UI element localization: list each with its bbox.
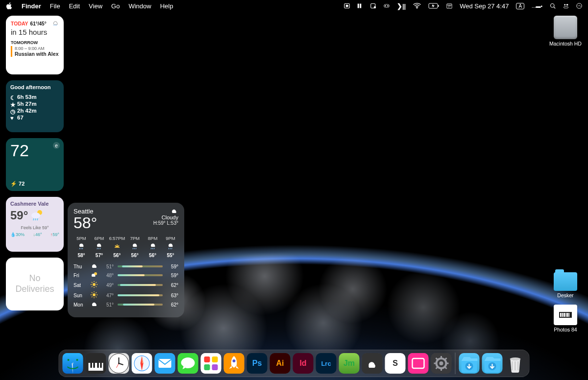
afternoon-widget[interactable]: Good afternoon ☾6h 53m★5h 27m◷2h 42m♥67 [6, 80, 64, 132]
cashmere-weather-widget[interactable]: Cashmere Vale 59° Feels Like 59° 💧30% ↓4… [6, 197, 64, 252]
dock-safari[interactable] [132, 353, 152, 374]
svg-point-70 [68, 359, 70, 361]
macintosh-hd-icon[interactable]: Macintosh HD [549, 16, 582, 47]
dock-s-app[interactable]: S [385, 353, 406, 374]
photos-db-icon[interactable]: Photos 84 [549, 305, 582, 332]
folder-icon [554, 272, 577, 291]
svg-point-24 [31, 213, 40, 218]
svg-point-104 [440, 361, 443, 365]
siri-icon[interactable] [576, 3, 582, 9]
menulet-playpause-icon[interactable]: ❯|| [397, 2, 406, 10]
svg-rect-100 [408, 353, 429, 374]
menu-view[interactable]: View [89, 2, 102, 10]
dock-trash[interactable] [505, 353, 526, 374]
menu-go[interactable]: Go [111, 2, 120, 10]
svg-line-35 [134, 248, 135, 249]
menulet-vr-icon[interactable] [384, 3, 390, 9]
sun-icon [90, 281, 98, 289]
svg-rect-92 [201, 353, 221, 374]
svg-point-83 [118, 363, 120, 364]
cashmere-temp: 59° [10, 209, 28, 222]
seattle-weather-widget[interactable]: Seattle 58° Cloudy H:59° L:53° 5PM58°6PM… [68, 203, 184, 317]
svg-rect-5 [384, 4, 390, 7]
svg-line-26 [35, 218, 36, 220]
dock-photoshop[interactable]: Ps [247, 353, 268, 374]
calendar-widget[interactable]: TODAY 61°/45° in 15 hours TOMORROW 8:00 … [6, 16, 64, 74]
svg-point-19 [577, 3, 582, 9]
desker-folder-icon[interactable]: Desker [549, 272, 582, 298]
svg-line-42 [172, 248, 172, 249]
partly-cloudy-icon [30, 209, 45, 222]
apple-menu-icon[interactable] [6, 2, 13, 9]
dock-finder[interactable] [63, 353, 83, 374]
menulet-cal-icon[interactable]: 27 [446, 3, 452, 9]
dock: PsAiIdLrcJmS [59, 350, 530, 377]
daily-row: Fri48°59° [74, 271, 178, 279]
svg-line-36 [136, 248, 136, 249]
rain-icon [95, 242, 103, 251]
calendar-event: 8:00 – 9:00 AM Russian with Alex [11, 46, 59, 57]
number-widget[interactable]: 72 e ⚡ 72 [6, 138, 64, 191]
dock-illustrator[interactable]: Ai [270, 353, 291, 374]
svg-line-51 [92, 286, 93, 287]
cashmere-location: Cashmere Vale [10, 201, 59, 207]
menu-edit[interactable]: Edit [69, 2, 80, 10]
battery-icon-2[interactable]: ...▬▪ [532, 3, 542, 9]
cloud-icon [90, 263, 98, 270]
input-source-icon[interactable]: A [516, 3, 524, 9]
svg-rect-90 [159, 359, 172, 368]
svg-line-50 [96, 286, 97, 287]
menu-app-name[interactable]: Finder [22, 2, 41, 10]
hourly-item: 9PM55° [163, 236, 178, 258]
dock-music-app[interactable] [86, 353, 106, 374]
dock-jm[interactable]: Jm [339, 353, 360, 374]
menu-file[interactable]: File [50, 2, 60, 10]
cashmere-feels: Feels Like 59° [10, 225, 59, 230]
afternoon-row: ♥67 [10, 115, 59, 120]
dock-clock[interactable] [109, 353, 129, 374]
daily-row: Thu51°59° [74, 263, 178, 270]
dock-lightroom[interactable]: Lrc [316, 353, 337, 374]
dock-media[interactable] [408, 353, 429, 374]
wifi-icon[interactable] [413, 3, 421, 9]
dock-rocket[interactable] [224, 353, 245, 374]
battery-charging-icon[interactable] [428, 3, 439, 9]
tomorrow-label: TOMORROW [11, 40, 59, 45]
today-temps: 61°/45° [30, 21, 47, 26]
menu-bar: Finder File Edit View Go Window Help ❯||… [0, 0, 588, 12]
menulet-d-icon[interactable] [344, 3, 350, 9]
svg-point-98 [233, 359, 236, 362]
afternoon-title: Good afternoon [10, 84, 59, 90]
dock-indesign[interactable]: Id [293, 353, 314, 374]
dock-messages[interactable] [178, 353, 198, 374]
clock-icon: ◷ [10, 108, 15, 113]
spotlight-icon[interactable] [550, 3, 556, 9]
event-title: Russian with Alex [15, 51, 59, 57]
menu-window[interactable]: Window [128, 2, 151, 10]
dock-colorful[interactable] [201, 353, 221, 374]
svg-rect-63 [560, 313, 562, 317]
menubar-datetime[interactable]: Wed Sep 27 4:47 [460, 2, 509, 10]
menu-help[interactable]: Help [160, 2, 173, 10]
svg-rect-76 [98, 363, 99, 368]
afternoon-row: ★5h 27m [10, 101, 59, 107]
svg-line-41 [170, 248, 171, 249]
daily-row: Sat49°62° [74, 281, 178, 289]
dock-folder2[interactable] [482, 353, 503, 374]
menulet-panels-icon[interactable] [357, 3, 363, 9]
desktop-widgets: TODAY 61°/45° in 15 hours TOMORROW 8:00 … [6, 16, 64, 310]
seattle-temp: 58° [74, 215, 97, 231]
dock-cloud[interactable] [362, 353, 383, 374]
seattle-cond: Cloudy [153, 214, 178, 220]
seattle-hilo: H:59° L:53° [153, 220, 178, 226]
dock-mail[interactable] [155, 353, 175, 374]
deliveries-widget[interactable]: NoDeliveries [6, 258, 64, 310]
dock-downloads[interactable] [459, 353, 480, 374]
menulet-box-icon[interactable] [370, 3, 376, 9]
daily-row: Sun47°63° [74, 291, 178, 300]
control-center-icon[interactable] [563, 3, 569, 9]
dock-settings[interactable] [431, 353, 452, 374]
svg-point-71 [76, 359, 78, 361]
svg-line-33 [100, 248, 100, 249]
svg-line-32 [98, 248, 99, 249]
